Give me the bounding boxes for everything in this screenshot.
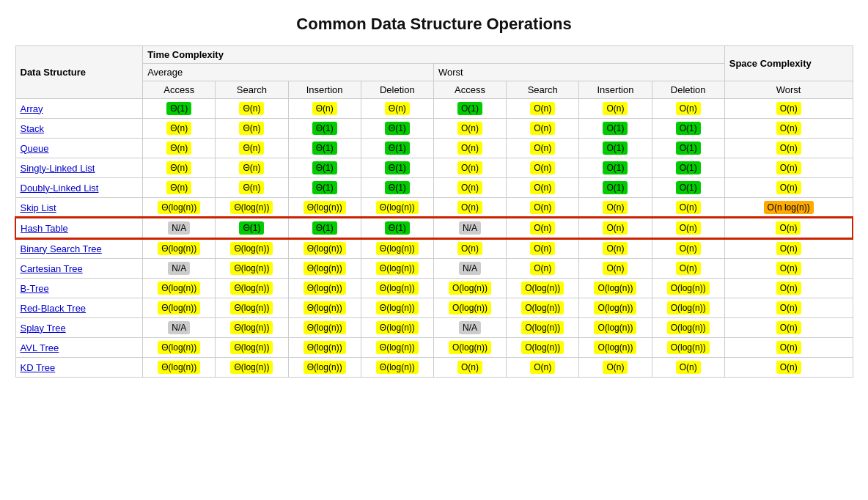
badge-1-avg_search: Θ(n) [239, 122, 264, 135]
badge-1-avg_access: Θ(n) [166, 122, 191, 135]
worst-access-header: Access [433, 81, 506, 99]
row-8-avg_access: N/A [143, 259, 216, 279]
row-6-worst_search: O(n) [507, 218, 579, 238]
badge-8-avg_access: N/A [168, 262, 190, 275]
badge-5-avg_insertion: Θ(log(n)) [304, 201, 346, 214]
badge-0-worst_deletion: O(n) [676, 102, 701, 115]
row-12-name[interactable]: AVL Tree [15, 338, 143, 358]
badge-11-avg_deletion: Θ(log(n)) [376, 321, 419, 334]
badge-9-avg_insertion: Θ(log(n)) [304, 282, 346, 295]
badge-12-worst_access: O(log(n)) [449, 341, 491, 354]
row-4-name[interactable]: Doubly-Linked List [15, 178, 143, 198]
worst-deletion-header: Deletion [652, 81, 724, 99]
row-13-name[interactable]: KD Tree [15, 358, 143, 378]
badge-6-avg_deletion: Θ(1) [385, 221, 410, 235]
row-11-worst_deletion: O(log(n)) [652, 318, 724, 338]
row-7-name[interactable]: Binary Search Tree [15, 238, 143, 259]
badge-5-avg_access: Θ(log(n)) [158, 201, 200, 214]
row-2-name[interactable]: Queue [15, 139, 143, 158]
row-0-avg_insertion: Θ(n) [288, 99, 361, 119]
row-5-avg_deletion: Θ(log(n)) [361, 198, 433, 218]
badge-8-worst_search: O(n) [530, 262, 555, 275]
badge-10-avg_insertion: Θ(log(n)) [304, 301, 346, 315]
badge-11-space: O(n) [776, 321, 801, 334]
badge-1-worst_access: O(n) [457, 122, 482, 135]
row-3-avg_search: Θ(n) [216, 158, 288, 178]
row-10-name[interactable]: Red-Black Tree [15, 298, 143, 318]
badge-7-worst_deletion: O(n) [676, 242, 701, 255]
badge-10-avg_search: Θ(log(n)) [230, 301, 273, 315]
row-5-space: O(n log(n)) [724, 198, 853, 218]
row-2-worst_search: O(n) [507, 139, 579, 158]
badge-3-avg_insertion: Θ(1) [312, 161, 337, 174]
row-5-avg_search: Θ(log(n)) [216, 198, 288, 218]
row-1-worst_deletion: O(1) [652, 119, 724, 139]
badge-12-worst_deletion: O(log(n)) [667, 341, 710, 354]
row-12-worst_access: O(log(n)) [433, 338, 506, 358]
row-7-worst_access: O(n) [433, 238, 506, 259]
row-11-avg_insertion: Θ(log(n)) [288, 318, 361, 338]
row-8-avg_search: Θ(log(n)) [216, 259, 288, 279]
badge-6-avg_insertion: Θ(1) [312, 221, 337, 235]
row-12-worst_search: O(log(n)) [507, 338, 579, 358]
row-3-name[interactable]: Singly-Linked List [15, 158, 143, 178]
row-9-avg_insertion: Θ(log(n)) [288, 279, 361, 298]
row-11-worst_insertion: O(log(n)) [579, 318, 652, 338]
row-8-worst_insertion: O(n) [579, 259, 652, 279]
row-13-worst_search: O(n) [507, 358, 579, 378]
badge-3-worst_insertion: O(1) [603, 161, 628, 174]
badge-12-avg_deletion: Θ(log(n)) [376, 341, 419, 354]
row-2-worst_deletion: O(1) [652, 139, 724, 158]
badge-7-worst_search: O(n) [530, 242, 555, 255]
badge-8-avg_search: Θ(log(n)) [230, 262, 273, 275]
row-12-worst_insertion: O(log(n)) [579, 338, 652, 358]
row-6-name[interactable]: Hash Table [15, 218, 143, 238]
row-4-avg_insertion: Θ(1) [288, 178, 361, 198]
row-3-worst_access: O(n) [433, 158, 506, 178]
badge-2-avg_search: Θ(n) [239, 141, 264, 155]
badge-7-worst_insertion: O(n) [603, 242, 628, 255]
row-12-avg_insertion: Θ(log(n)) [288, 338, 361, 358]
badge-7-avg_deletion: Θ(log(n)) [376, 242, 419, 255]
badge-10-worst_access: O(log(n)) [449, 301, 491, 315]
worst-header: Worst [433, 64, 724, 81]
row-5-name[interactable]: Skip List [15, 198, 143, 218]
row-9-worst_deletion: O(log(n)) [652, 279, 724, 298]
row-3-worst_search: O(n) [507, 158, 579, 178]
badge-7-avg_search: Θ(log(n)) [230, 242, 273, 255]
badge-13-worst_search: O(n) [530, 361, 555, 374]
row-9-worst_search: O(log(n)) [507, 279, 579, 298]
row-12-avg_search: Θ(log(n)) [216, 338, 288, 358]
badge-5-worst_access: O(n) [457, 201, 482, 214]
row-11-name[interactable]: Splay Tree [15, 318, 143, 338]
badge-13-worst_deletion: O(n) [676, 361, 701, 374]
row-9-worst_insertion: O(log(n)) [579, 279, 652, 298]
badge-11-worst_search: O(log(n)) [521, 321, 564, 334]
badge-13-space: O(n) [776, 361, 801, 374]
row-10-worst_deletion: O(log(n)) [652, 298, 724, 318]
row-8-name[interactable]: Cartesian Tree [15, 259, 143, 279]
badge-9-avg_access: Θ(log(n)) [158, 282, 200, 295]
row-2-worst_access: O(n) [433, 139, 506, 158]
row-13-avg_access: Θ(log(n)) [143, 358, 216, 378]
row-0-worst_access: O(1) [433, 99, 506, 119]
space-worst-header: Worst [724, 81, 853, 99]
row-1-worst_insertion: O(1) [579, 119, 652, 139]
row-9-name[interactable]: B-Tree [15, 279, 143, 298]
badge-4-worst_deletion: O(1) [676, 181, 701, 194]
avg-access-header: Access [143, 81, 216, 99]
row-3-space: O(n) [724, 158, 853, 178]
row-11-worst_search: O(log(n)) [507, 318, 579, 338]
row-6-worst_deletion: O(n) [652, 218, 724, 238]
badge-0-avg_search: Θ(n) [239, 102, 264, 115]
row-1-name[interactable]: Stack [15, 119, 143, 139]
row-4-avg_search: Θ(n) [216, 178, 288, 198]
badge-8-avg_insertion: Θ(log(n)) [304, 262, 346, 275]
row-6-avg_access: N/A [143, 218, 216, 238]
row-1-avg_access: Θ(n) [143, 119, 216, 139]
row-11-worst_access: N/A [433, 318, 506, 338]
badge-0-space: O(n) [776, 102, 801, 115]
row-0-name[interactable]: Array [15, 99, 143, 119]
badge-2-avg_deletion: Θ(1) [385, 141, 410, 155]
badge-4-worst_insertion: O(1) [603, 181, 628, 194]
